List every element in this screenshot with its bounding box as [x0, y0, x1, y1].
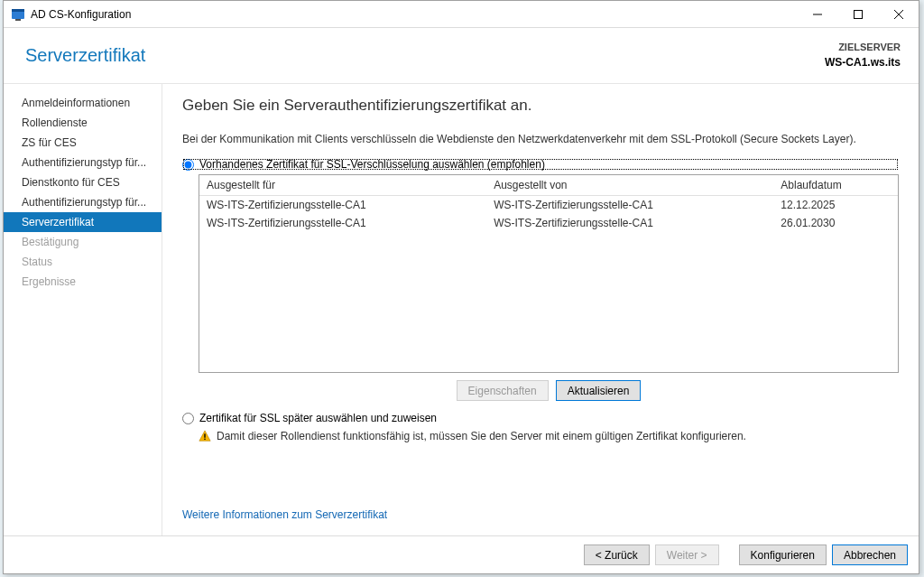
radio-later-cert-label: Zertifikat für SSL später auswählen und …: [199, 412, 437, 424]
radio-later-cert[interactable]: Zertifikat für SSL später auswählen und …: [182, 412, 899, 424]
warning-icon: [199, 430, 211, 445]
properties-button[interactable]: Eigenschaften: [457, 380, 549, 401]
radio-later-cert-input[interactable]: [182, 413, 194, 424]
table-row[interactable]: WS-ITS-Zertifizierungsstelle-CA1WS-ITS-Z…: [199, 196, 898, 215]
svg-rect-9: [204, 439, 205, 440]
maximize-button[interactable]: [837, 1, 878, 27]
target-server-name: WS-CA1.ws.its: [825, 55, 901, 70]
cancel-button[interactable]: Abbrechen: [832, 544, 908, 565]
table-cell: WS-ITS-Zertifizierungsstelle-CA1: [486, 214, 773, 232]
svg-rect-1: [12, 9, 24, 12]
cert-table[interactable]: Ausgestellt für Ausgestellt von Ablaufda…: [199, 174, 899, 373]
nav-item-7: Bestätigung: [4, 232, 162, 252]
nav-item-4[interactable]: Dienstkonto für CES: [4, 172, 162, 192]
close-button[interactable]: [878, 1, 919, 27]
back-button[interactable]: < Zurück: [584, 544, 650, 565]
target-server-label: ZIELSERVER: [825, 41, 901, 54]
configure-button[interactable]: Konfigurieren: [739, 544, 827, 565]
next-button[interactable]: Weiter >: [655, 544, 719, 565]
svg-rect-4: [854, 10, 862, 18]
more-info-link[interactable]: Weitere Informationen zum Serverzertifik…: [182, 508, 387, 521]
table-row[interactable]: WS-ITS-Zertifizierungsstelle-CA1WS-ITS-Z…: [199, 214, 898, 232]
col-issued-by[interactable]: Ausgestellt von: [486, 175, 773, 196]
page-title: Serverzertifikat: [25, 45, 145, 66]
wizard-header: Serverzertifikat ZIELSERVER WS-CA1.ws.it…: [4, 28, 919, 84]
wizard-footer: < Zurück Weiter > Konfigurieren Abbreche…: [4, 535, 919, 573]
nav-item-6[interactable]: Serverzertifikat: [4, 212, 162, 232]
nav-item-8: Status: [4, 252, 162, 272]
title-bar: AD CS-Konfiguration: [4, 1, 919, 28]
main-description: Bei der Kommunikation mit Clients versch…: [182, 133, 899, 145]
radio-existing-cert[interactable]: Vorhandenes Zertifikat für SSL-Verschlüs…: [182, 158, 899, 171]
svg-rect-8: [204, 433, 205, 437]
nav-item-3[interactable]: Authentifizierungstyp für...: [4, 153, 162, 172]
radio-existing-cert-label: Vorhandenes Zertifikat für SSL-Verschlüs…: [199, 158, 545, 171]
app-icon: [11, 7, 25, 22]
wizard-body: AnmeldeinformationenRollendiensteZS für …: [4, 84, 919, 535]
col-issued-for[interactable]: Ausgestellt für: [199, 175, 486, 196]
nav-item-5[interactable]: Authentifizierungstyp für...: [4, 192, 162, 212]
main-heading: Geben Sie ein Serverauthentifizierungsze…: [182, 97, 899, 115]
wizard-main: Geben Sie ein Serverauthentifizierungsze…: [162, 84, 919, 535]
col-expires[interactable]: Ablaufdatum: [773, 175, 898, 196]
warning-text: Damit dieser Rollendienst funktionsfähig…: [217, 430, 746, 442]
window-title: AD CS-Konfiguration: [31, 8, 131, 21]
wizard-window: AD CS-Konfiguration Serverzertifikat ZIE…: [3, 0, 919, 574]
table-cell: WS-ITS-Zertifizierungsstelle-CA1: [486, 196, 773, 215]
nav-item-2[interactable]: ZS für CES: [4, 133, 162, 153]
refresh-button[interactable]: Aktualisieren: [556, 380, 642, 401]
wizard-nav: AnmeldeinformationenRollendiensteZS für …: [4, 84, 162, 535]
table-cell: WS-ITS-Zertifizierungsstelle-CA1: [199, 214, 486, 232]
minimize-button[interactable]: [797, 1, 837, 27]
table-cell: 12.12.2025: [773, 196, 898, 215]
radio-existing-cert-input[interactable]: [182, 159, 194, 171]
nav-item-9: Ergebnisse: [4, 272, 162, 292]
table-cell: 26.01.2030: [773, 214, 898, 232]
nav-item-0[interactable]: Anmeldeinformationen: [4, 93, 162, 113]
svg-rect-2: [15, 19, 21, 21]
table-cell: WS-ITS-Zertifizierungsstelle-CA1: [199, 196, 486, 215]
nav-item-1[interactable]: Rollendienste: [4, 113, 162, 133]
